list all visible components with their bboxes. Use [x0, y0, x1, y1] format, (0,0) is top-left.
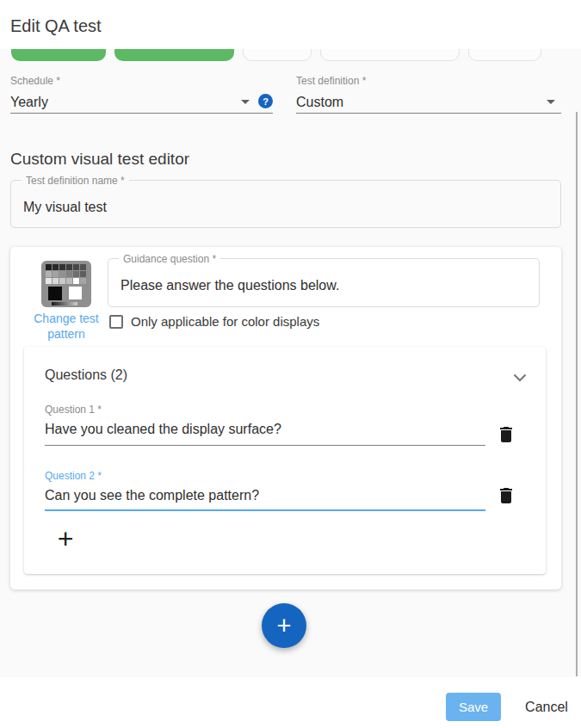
question-1-input[interactable]: Have you cleaned the display surface?	[45, 421, 475, 438]
question-1-underline	[45, 445, 485, 446]
question-2-underline	[45, 509, 485, 511]
add-test-fab[interactable]: +	[262, 603, 306, 648]
questions-panel-title: Questions (2)	[45, 366, 127, 385]
chevron-down-icon	[547, 100, 555, 104]
dialog-header: Edit QA test	[0, 0, 581, 49]
guidance-question-value[interactable]: Please answer the questions below.	[121, 276, 339, 294]
question-1-label: Question 1 *	[45, 404, 102, 416]
page-title: Edit QA test	[10, 14, 102, 38]
schedule-value[interactable]: Yearly	[10, 93, 273, 114]
dialog-content: Schedule * Yearly ? Test definition * Cu…	[0, 49, 581, 677]
test-definition-name-value[interactable]: My visual test	[23, 198, 107, 216]
test-definition-label: Test definition *	[296, 75, 561, 87]
schedule-label: Schedule *	[10, 75, 273, 87]
chip-4[interactable]	[320, 49, 460, 61]
chevron-down-icon	[241, 100, 250, 104]
color-displays-checkbox-label: Only applicable for color displays	[131, 314, 319, 329]
chip-selected-2[interactable]	[114, 49, 234, 61]
test-definition-value[interactable]: Custom	[296, 93, 561, 114]
test-definition-name-label: Test definition name *	[22, 175, 129, 187]
test-definition-select[interactable]: Test definition * Custom	[296, 75, 561, 114]
save-button[interactable]: Save	[446, 693, 501, 721]
questions-panel: Questions (2) Question 1 * Have you clea…	[24, 347, 546, 574]
question-2-input[interactable]: Can you see the complete pattern?	[45, 487, 475, 504]
help-icon[interactable]: ?	[258, 94, 273, 108]
chip-3[interactable]	[243, 49, 312, 61]
color-displays-checkbox[interactable]	[109, 315, 123, 329]
change-test-pattern-link[interactable]: Change test pattern	[21, 311, 112, 342]
delete-icon[interactable]	[496, 485, 516, 506]
guidance-question-field[interactable]: Guidance question * Please answer the qu…	[108, 258, 540, 307]
chip-5[interactable]	[468, 49, 541, 61]
cancel-button[interactable]: Cancel	[516, 693, 578, 721]
section-heading: Custom visual test editor	[10, 148, 189, 170]
test-pattern-thumbnail[interactable]	[41, 261, 91, 307]
add-question-button[interactable]: +	[48, 521, 83, 556]
question-2-label: Question 2 *	[45, 470, 102, 482]
vertical-scrollbar[interactable]	[576, 112, 578, 676]
chevron-down-icon[interactable]	[513, 373, 527, 382]
guidance-question-label: Guidance question *	[119, 253, 220, 265]
delete-icon[interactable]	[496, 424, 516, 445]
chip-row	[11, 49, 541, 61]
color-displays-checkbox-row: Only applicable for color displays	[109, 314, 319, 329]
test-definition-name-field[interactable]: Test definition name * My visual test	[10, 180, 561, 228]
visual-test-card: Change test pattern Guidance question * …	[10, 247, 561, 589]
chip-selected-1[interactable]	[11, 49, 106, 61]
dialog-footer: Save Cancel	[0, 677, 581, 728]
schedule-select[interactable]: Schedule * Yearly ?	[10, 75, 273, 114]
